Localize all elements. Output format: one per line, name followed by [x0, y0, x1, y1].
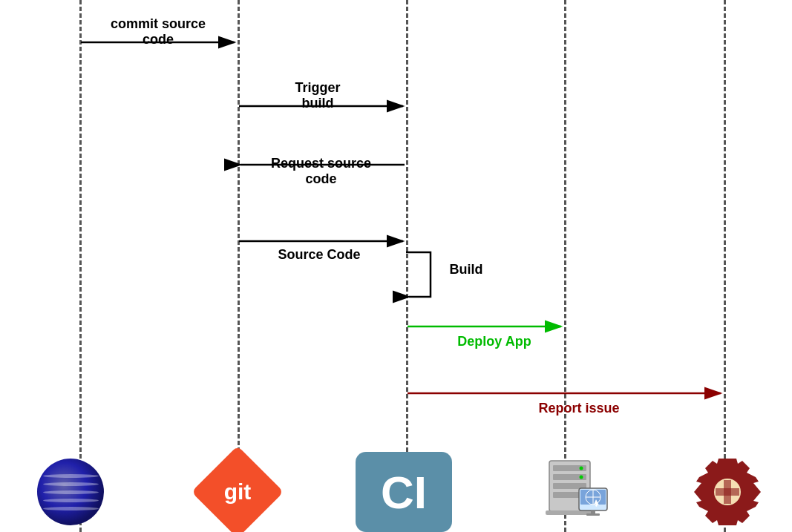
server-icon [538, 455, 612, 529]
eclipse-stripe-3 [43, 490, 99, 494]
label-request-source-code: Request sourcecode [252, 156, 390, 187]
svg-rect-24 [586, 513, 600, 516]
ci-icon: CI [356, 452, 452, 532]
label-report-issue: Report issue [505, 401, 653, 416]
eclipse-icon-container [15, 452, 126, 532]
git-icon: git [200, 455, 275, 529]
label-build: Build [436, 262, 496, 278]
ci-icon-container: CI [356, 452, 452, 532]
ci-label: CI [381, 466, 427, 519]
eclipse-stripe-1 [43, 474, 99, 478]
eclipse-stripe-5 [43, 507, 99, 510]
git-label: git [224, 479, 252, 505]
sequence-diagram: commit sourcecode Triggerbuild Request s… [0, 0, 792, 532]
svg-point-15 [580, 467, 583, 470]
server-icon-container [520, 452, 631, 532]
eclipse-stripe-2 [43, 482, 99, 486]
label-source-code: Source Code [260, 247, 379, 263]
label-trigger-build: Triggerbuild [269, 80, 366, 111]
label-deploy-app: Deploy App [424, 334, 565, 349]
eclipse-stripe-4 [43, 499, 99, 502]
svg-point-16 [580, 476, 583, 479]
git-icon-container: git [178, 452, 297, 532]
gear-icon-container [683, 452, 772, 532]
label-commit-source-code: commit sourcecode [80, 16, 236, 47]
eclipse-icon [37, 459, 104, 525]
gear-icon [690, 455, 765, 529]
